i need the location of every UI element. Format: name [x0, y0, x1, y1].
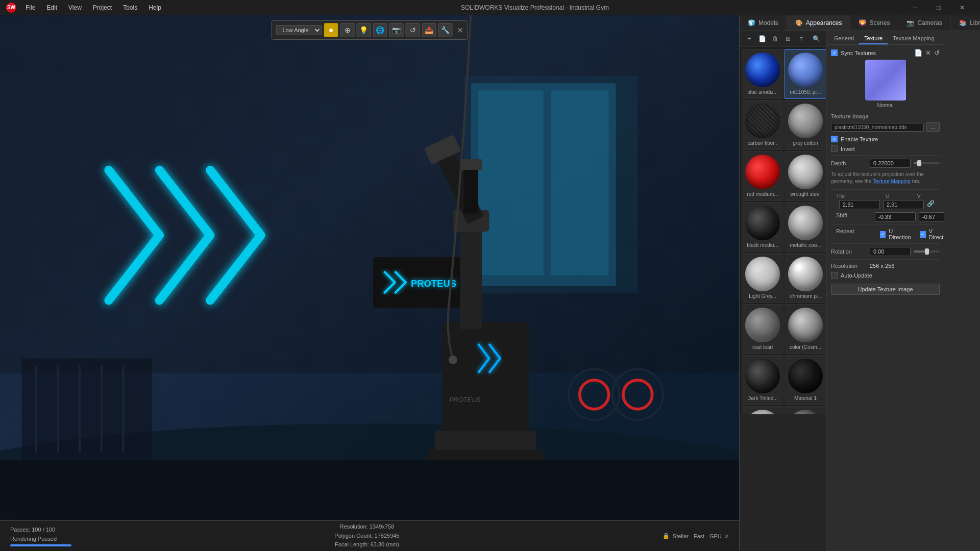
- enable-texture-row: Enable Texture: [831, 136, 940, 142]
- rotation-input[interactable]: [870, 247, 911, 256]
- menu-view[interactable]: View: [63, 2, 87, 13]
- divider-2: [831, 189, 940, 190]
- grid-view-button[interactable]: ⊞: [783, 33, 794, 44]
- material-item-wrought_steel[interactable]: wrought steel: [785, 151, 826, 201]
- tab-libraries[interactable]: 📚 Libraries: [951, 15, 980, 31]
- tab-texture-mapping[interactable]: Texture Mapping: [888, 33, 939, 44]
- list-view-button[interactable]: ≡: [796, 33, 807, 44]
- menu-project[interactable]: Project: [88, 2, 117, 13]
- update-texture-button[interactable]: Update Texture Image: [831, 284, 940, 295]
- export-button[interactable]: 📤: [422, 23, 436, 37]
- tile-uv-labels: Tile U V: [831, 193, 940, 199]
- material-item-ultra_gloss[interactable]: Ultra Gloss: [785, 406, 826, 414]
- material-item-dark_tinted[interactable]: Dark Tinted...: [742, 355, 783, 405]
- texture-file-row: ...: [831, 122, 940, 132]
- tools-button[interactable]: 🔧: [438, 23, 453, 37]
- delete-texture-icon[interactable]: ✕: [925, 49, 931, 57]
- material-name-material_1: Material 1: [794, 395, 817, 402]
- material-item-mt11050[interactable]: mt11050, pr...: [785, 49, 826, 99]
- rotation-slider-thumb[interactable]: [925, 248, 929, 255]
- material-item-metallic_coo[interactable]: metallic coo...: [785, 202, 826, 252]
- material-item-carbon_fiber[interactable]: carbon fiber .: [742, 100, 783, 150]
- material-item-appearance[interactable]: Appearance: [742, 406, 783, 414]
- material-item-grey_cotton[interactable]: grey cotton: [785, 100, 826, 150]
- properties-panel: General Texture Texture Mapping Sync Tex…: [826, 31, 944, 551]
- toolbar-close-icon[interactable]: ✕: [457, 26, 463, 35]
- tile-link-icon[interactable]: 🔗: [927, 200, 935, 209]
- material-item-blue_anodized[interactable]: blue anodiz...: [742, 49, 783, 99]
- material-sphere-appearance: [745, 410, 780, 414]
- texture-file-input[interactable]: [831, 123, 924, 132]
- material-item-chromium_p[interactable]: chromium p...: [785, 253, 826, 303]
- texture-normal-preview: [865, 60, 906, 101]
- maximize-button[interactable]: □: [927, 0, 950, 15]
- passes-progress-bar: [10, 544, 71, 546]
- minimize-button[interactable]: ─: [903, 0, 927, 15]
- material-item-red_medium[interactable]: red medium...: [742, 151, 783, 201]
- tab-scenes[interactable]: 🌄 Scenes: [850, 15, 898, 31]
- right-panel: 🧊 Models 🎨 Appearances 🌄 Scenes 📷 Camera…: [739, 15, 980, 551]
- repeat-label: Repeat: [836, 228, 872, 240]
- browse-button[interactable]: ...: [926, 122, 940, 132]
- svg-rect-20: [22, 358, 153, 460]
- focal-label: Focal Length:: [335, 541, 369, 547]
- rotation-slider[interactable]: [914, 248, 940, 255]
- libraries-tab-icon: 📚: [959, 19, 967, 27]
- viewport-mode-button[interactable]: ⊕: [340, 23, 355, 37]
- camera-button[interactable]: 📷: [389, 23, 404, 37]
- depth-slider[interactable]: [914, 160, 940, 167]
- tab-cameras[interactable]: 📷 Cameras: [898, 15, 951, 31]
- sync-textures-checkbox[interactable]: [831, 49, 838, 56]
- full-panel: + 📄 🗑 ⊞ ≡ 🔍 blue anodiz...mt11050, pr...…: [740, 31, 980, 551]
- window-title: SOLIDWORKS Visualize Professional - Indu…: [166, 4, 903, 11]
- texture-mapping-link[interactable]: Texture Mapping: [873, 179, 911, 184]
- search-materials-button[interactable]: 🔍: [811, 33, 822, 44]
- properties-tabs: General Texture Texture Mapping: [827, 31, 944, 45]
- refresh-texture-icon[interactable]: ↺: [934, 49, 940, 57]
- u-direction-checkbox[interactable]: [880, 231, 886, 238]
- new-material-button[interactable]: 📄: [757, 33, 768, 44]
- material-item-light_grey[interactable]: Light Grey...: [742, 253, 783, 303]
- enable-texture-checkbox[interactable]: [831, 136, 838, 142]
- tab-general[interactable]: General: [829, 33, 859, 44]
- rotation-slider-track: [914, 251, 940, 253]
- resolution-label: Resolution:: [340, 523, 368, 530]
- viewport[interactable]: Low Angle ● ⊕ 💡 🌐 📷 ↺ 📤 🔧 ✕: [0, 15, 739, 551]
- tab-texture[interactable]: Texture: [859, 33, 888, 44]
- render-button[interactable]: ●: [324, 23, 338, 37]
- material-item-color_cosm[interactable]: color (Cosm...: [785, 304, 826, 354]
- camera-preset-select[interactable]: Low Angle: [276, 25, 322, 35]
- delete-material-button[interactable]: 🗑: [770, 33, 781, 44]
- status-close-icon[interactable]: ×: [725, 532, 729, 540]
- tab-models[interactable]: 🧊 Models: [740, 15, 787, 31]
- material-item-cast_lead[interactable]: cast lead: [742, 304, 783, 354]
- shift-v-input[interactable]: [919, 212, 944, 221]
- divider-5: [831, 259, 940, 260]
- new-texture-icon[interactable]: 📄: [914, 49, 922, 57]
- menu-help[interactable]: Help: [143, 2, 166, 13]
- status-center: Resolution: 1349x758 Polygon Count: 1782…: [334, 522, 399, 549]
- material-item-black_medium[interactable]: black mediu...: [742, 202, 783, 252]
- auto-update-checkbox[interactable]: [831, 272, 838, 279]
- menu-tools[interactable]: Tools: [118, 2, 142, 13]
- tab-appearances[interactable]: 🎨 Appearances: [787, 15, 851, 31]
- shift-u-input[interactable]: [875, 212, 916, 221]
- tile-u-input[interactable]: [839, 200, 880, 209]
- materials-section: + 📄 🗑 ⊞ ≡ 🔍 blue anodiz...mt11050, pr...…: [740, 31, 826, 551]
- svg-rect-10: [435, 431, 536, 453]
- close-button[interactable]: ✕: [950, 0, 974, 15]
- invert-checkbox[interactable]: [831, 145, 838, 152]
- menu-file[interactable]: File: [20, 2, 40, 13]
- v-direction-checkbox[interactable]: [920, 231, 925, 238]
- tile-v-input[interactable]: [883, 200, 924, 209]
- add-material-button[interactable]: +: [744, 33, 755, 44]
- depth-slider-thumb[interactable]: [917, 160, 921, 166]
- menu-edit[interactable]: Edit: [41, 2, 62, 13]
- environment-button[interactable]: 🌐: [373, 23, 387, 37]
- material-name-dark_tinted: Dark Tinted...: [747, 395, 777, 402]
- depth-input[interactable]: [870, 159, 911, 168]
- u-direction-row: U Direction: [880, 228, 912, 240]
- material-item-material_1[interactable]: Material 1: [785, 355, 826, 405]
- lighting-button[interactable]: 💡: [357, 23, 371, 37]
- refresh-button[interactable]: ↺: [406, 23, 420, 37]
